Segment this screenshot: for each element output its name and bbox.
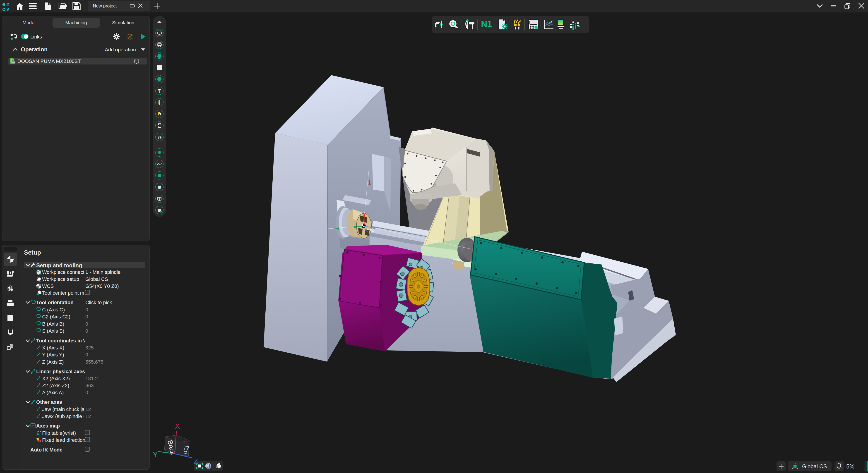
svg-text:y: y	[6, 6, 9, 11]
svg-text:c: c	[2, 6, 5, 11]
svg-text:G54: G54	[366, 228, 375, 233]
svg-text:Y: Y	[153, 450, 158, 459]
svg-text:Z: Z	[193, 457, 198, 466]
svg-text:X: X	[175, 422, 180, 431]
